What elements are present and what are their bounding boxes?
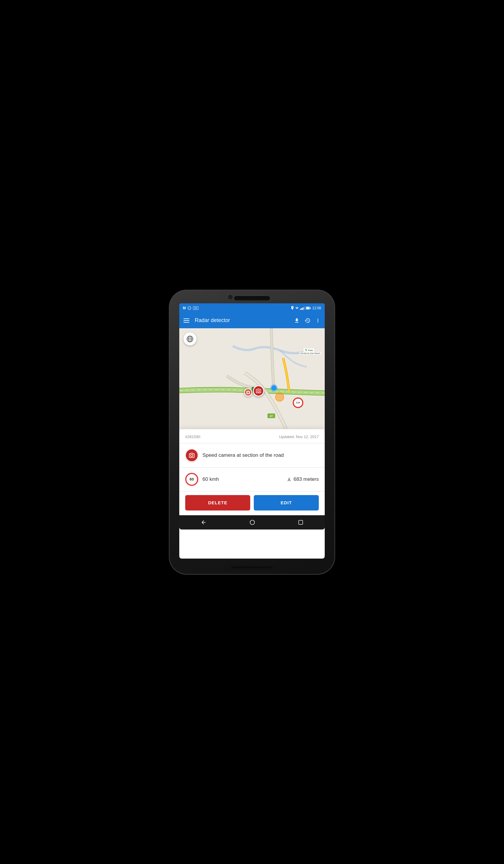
globe-button[interactable] <box>183 333 196 346</box>
info-header: #281590 Updated: Nov 12, 2017 <box>185 434 319 439</box>
distance-text: 683 meters <box>293 476 319 482</box>
camera-description: Speed camera at section of the road <box>202 452 319 458</box>
action-buttons: DELETE EDIT <box>185 494 319 511</box>
info-card: #281590 Updated: Nov 12, 2017 Speed came… <box>179 429 325 515</box>
park-label: Park <box>303 348 314 352</box>
svg-point-7 <box>250 520 255 525</box>
status-time: 12:08 <box>312 306 321 310</box>
delete-button[interactable]: DELETE <box>185 495 250 511</box>
phone-screen: M SD <box>179 303 325 559</box>
location-icon <box>291 306 294 310</box>
more-icon[interactable] <box>315 317 321 324</box>
menu-button[interactable] <box>183 319 189 323</box>
navigate-icon <box>286 477 292 482</box>
toolbar-actions <box>294 317 321 324</box>
sd-card-icon: SD <box>193 306 199 310</box>
camera-id: #281590 <box>185 434 200 439</box>
speed-orange-marker <box>275 393 284 401</box>
distance-wrapper: 683 meters <box>286 476 319 482</box>
location-dot <box>271 385 277 391</box>
speed-limit-icon-wrapper: 60 <box>185 473 198 486</box>
edit-button[interactable]: EDIT <box>254 495 319 511</box>
park-sublabel: Zorrilla de San Martín <box>300 352 321 355</box>
speed-distance-row: 60 60 kmh 683 meters <box>185 467 319 491</box>
phone-bottom <box>231 562 273 575</box>
phone-speaker-top <box>234 296 270 300</box>
status-bar-left: M SD <box>183 306 199 310</box>
phone-speaker-bottom <box>231 567 273 569</box>
home-button[interactable] <box>249 519 255 525</box>
svg-rect-8 <box>299 520 303 525</box>
status-bar: M SD <box>179 303 325 313</box>
nav-bar <box>179 515 325 529</box>
map-area[interactable]: 27 3 Park Zorr <box>179 328 325 429</box>
app-toolbar: Radar detector <box>179 313 325 328</box>
recents-button[interactable] <box>298 520 303 525</box>
svg-text:27: 27 <box>270 415 273 418</box>
camera-icon-badge <box>185 449 198 462</box>
wifi-icon <box>295 307 299 310</box>
speed-unit: 60 kmh <box>202 476 282 482</box>
speed-limit-badge: 60 <box>185 473 198 486</box>
battery-icon <box>306 307 310 310</box>
divider-3 <box>179 491 325 492</box>
status-bar-right: 12:08 <box>291 306 321 310</box>
circle-icon <box>188 306 191 310</box>
globe-icon <box>187 335 193 343</box>
download-icon[interactable] <box>294 317 300 324</box>
gmail-icon: M <box>183 306 186 310</box>
history-icon[interactable] <box>304 317 311 324</box>
app-title: Radar detector <box>195 317 290 324</box>
description-row: Speed camera at section of the road <box>185 443 319 467</box>
map-svg: 27 3 <box>179 328 325 429</box>
camera-marker-secondary[interactable] <box>244 388 252 397</box>
back-button[interactable] <box>201 519 207 525</box>
speed-110-marker[interactable]: 110 <box>293 397 303 408</box>
camera-updated: Updated: Nov 12, 2017 <box>279 434 319 439</box>
camera-icon-wrapper <box>185 449 198 462</box>
camera-marker-main[interactable] <box>253 385 264 397</box>
phone-camera <box>228 295 232 299</box>
phone-device: M SD <box>169 290 335 575</box>
signal-icon <box>300 306 304 310</box>
